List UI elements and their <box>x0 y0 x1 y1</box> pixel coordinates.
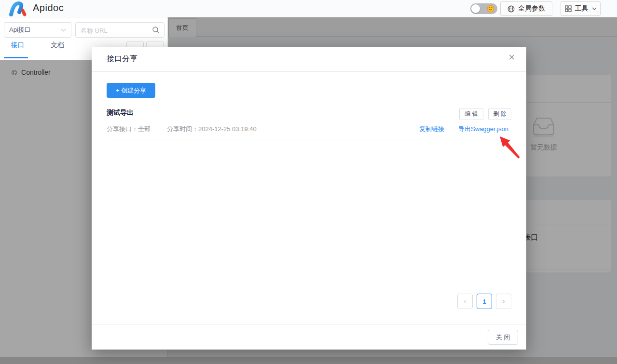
app-header: Apidoc 全局参数 <box>0 0 617 17</box>
pagination-next-button[interactable]: › <box>496 294 511 309</box>
api-type-select[interactable]: Api接口 <box>4 22 71 38</box>
tools-label: 工具 <box>575 4 589 13</box>
chevron-down-icon <box>592 7 597 11</box>
share-modal: 接口分享 × + 创建分享 测试导出 编 辑 删 除 分享接口：全部 分享时间：… <box>92 47 526 350</box>
globe-icon <box>507 5 515 13</box>
share-time: 分享时间：2024-12-25 03:19:40 <box>167 125 257 134</box>
export-swagger-link[interactable]: 导出Swagger.json <box>458 125 508 134</box>
share-item-name: 测试导出 <box>107 108 134 117</box>
global-params-label: 全局参数 <box>518 4 545 13</box>
search-icon[interactable] <box>152 26 160 34</box>
theme-toggle[interactable] <box>470 3 497 14</box>
tools-button[interactable]: 工具 <box>561 1 601 16</box>
pagination-prev-button[interactable]: ‹ <box>457 294 473 309</box>
close-button[interactable]: 关 闭 <box>488 330 518 345</box>
copy-link[interactable]: 复制链接 <box>419 125 444 134</box>
sidebar-tab-api[interactable]: 接口 <box>11 41 24 55</box>
chevron-down-icon <box>61 28 66 32</box>
edit-button[interactable]: 编 辑 <box>459 108 483 120</box>
global-params-button[interactable]: 全局参数 <box>500 1 552 16</box>
create-share-button[interactable]: + 创建分享 <box>107 83 155 98</box>
pagination-page-1[interactable]: 1 <box>477 294 492 309</box>
close-icon[interactable]: × <box>508 52 515 63</box>
api-type-select-value: Api接口 <box>9 26 31 34</box>
toggle-knob-icon <box>471 4 480 13</box>
apidoc-logo-icon <box>8 1 29 18</box>
grid-icon <box>565 5 572 12</box>
app-screen: Apidoc 全局参数 <box>0 0 617 364</box>
active-tab-underline <box>4 57 28 58</box>
divider <box>106 140 512 140</box>
search-box <box>75 22 165 38</box>
modal-header: 接口分享 × <box>92 47 526 72</box>
modal-footer: 关 闭 <box>92 324 526 350</box>
app-title: Apidoc <box>33 2 64 13</box>
delete-button[interactable]: 删 除 <box>488 108 511 120</box>
share-scope: 分享接口：全部 <box>107 125 151 134</box>
sidebar-tab-doc[interactable]: 文档 <box>51 41 64 55</box>
smiley-emoji-icon <box>487 5 494 13</box>
search-input[interactable] <box>80 23 148 38</box>
modal-title: 接口分享 <box>107 54 137 64</box>
